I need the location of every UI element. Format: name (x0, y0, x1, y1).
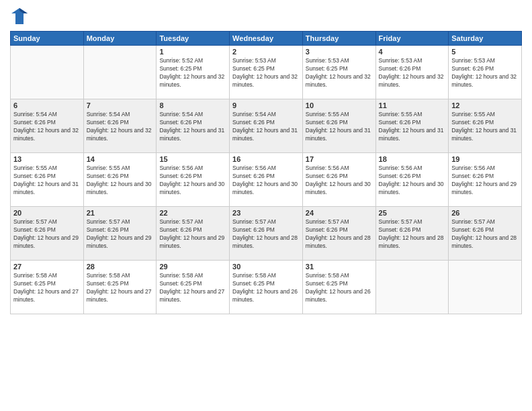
calendar-week-row: 6Sunrise: 5:54 AM Sunset: 6:26 PM Daylig… (11, 99, 522, 153)
day-info: Sunrise: 5:56 AM Sunset: 6:26 PM Dayligh… (232, 165, 300, 197)
day-number: 2 (232, 48, 300, 56)
table-cell (449, 261, 522, 314)
day-info: Sunrise: 5:54 AM Sunset: 6:26 PM Dayligh… (232, 111, 300, 143)
day-number: 28 (87, 263, 154, 271)
table-cell: 22Sunrise: 5:57 AM Sunset: 6:26 PM Dayli… (157, 207, 230, 261)
day-info: Sunrise: 5:58 AM Sunset: 6:25 PM Dayligh… (306, 272, 373, 304)
calendar-week-row: 13Sunrise: 5:55 AM Sunset: 6:26 PM Dayli… (11, 153, 522, 207)
day-number: 24 (306, 209, 373, 217)
day-info: Sunrise: 5:57 AM Sunset: 6:26 PM Dayligh… (451, 218, 519, 250)
col-wednesday: Wednesday (230, 32, 303, 46)
day-info: Sunrise: 5:55 AM Sunset: 6:26 PM Dayligh… (13, 165, 81, 197)
day-number: 11 (379, 101, 446, 109)
day-info: Sunrise: 5:56 AM Sunset: 6:26 PM Dayligh… (379, 165, 446, 197)
day-number: 18 (379, 155, 446, 163)
day-number: 27 (13, 263, 81, 271)
day-number: 13 (13, 155, 81, 163)
day-info: Sunrise: 5:55 AM Sunset: 6:26 PM Dayligh… (379, 111, 446, 143)
day-info: Sunrise: 5:55 AM Sunset: 6:26 PM Dayligh… (451, 111, 519, 143)
day-number: 21 (87, 209, 154, 217)
day-info: Sunrise: 5:53 AM Sunset: 6:25 PM Dayligh… (232, 57, 300, 89)
day-info: Sunrise: 5:56 AM Sunset: 6:26 PM Dayligh… (159, 165, 226, 197)
table-cell: 15Sunrise: 5:56 AM Sunset: 6:26 PM Dayli… (157, 153, 230, 207)
day-number: 15 (159, 155, 226, 163)
table-cell: 25Sunrise: 5:57 AM Sunset: 6:26 PM Dayli… (375, 207, 449, 261)
table-cell (11, 46, 84, 99)
table-cell (83, 46, 157, 99)
col-friday: Friday (375, 32, 449, 46)
table-cell: 5Sunrise: 5:53 AM Sunset: 6:26 PM Daylig… (449, 46, 522, 99)
day-number: 17 (306, 155, 373, 163)
table-cell: 27Sunrise: 5:58 AM Sunset: 6:25 PM Dayli… (11, 261, 84, 314)
header (10, 7, 522, 26)
day-number: 23 (232, 209, 300, 217)
table-cell: 17Sunrise: 5:56 AM Sunset: 6:26 PM Dayli… (302, 153, 375, 207)
day-number: 7 (87, 101, 154, 109)
day-info: Sunrise: 5:56 AM Sunset: 6:26 PM Dayligh… (306, 165, 373, 197)
day-info: Sunrise: 5:53 AM Sunset: 6:26 PM Dayligh… (379, 57, 446, 89)
table-cell: 1Sunrise: 5:52 AM Sunset: 6:25 PM Daylig… (157, 46, 230, 99)
day-number: 30 (232, 263, 300, 271)
day-info: Sunrise: 5:57 AM Sunset: 6:26 PM Dayligh… (159, 218, 226, 250)
table-cell: 16Sunrise: 5:56 AM Sunset: 6:26 PM Dayli… (230, 153, 303, 207)
day-number: 4 (379, 48, 446, 56)
table-cell: 19Sunrise: 5:56 AM Sunset: 6:26 PM Dayli… (449, 153, 522, 207)
table-cell: 10Sunrise: 5:55 AM Sunset: 6:26 PM Dayli… (302, 99, 375, 153)
day-number: 19 (451, 155, 519, 163)
day-info: Sunrise: 5:53 AM Sunset: 6:25 PM Dayligh… (306, 57, 373, 89)
col-saturday: Saturday (449, 32, 522, 46)
day-number: 6 (13, 101, 81, 109)
table-cell: 14Sunrise: 5:55 AM Sunset: 6:26 PM Dayli… (83, 153, 157, 207)
table-cell: 9Sunrise: 5:54 AM Sunset: 6:26 PM Daylig… (230, 99, 303, 153)
table-cell (375, 261, 449, 314)
calendar-week-row: 1Sunrise: 5:52 AM Sunset: 6:25 PM Daylig… (11, 46, 522, 99)
day-number: 3 (306, 48, 373, 56)
table-cell: 7Sunrise: 5:54 AM Sunset: 6:26 PM Daylig… (83, 99, 157, 153)
day-number: 14 (87, 155, 154, 163)
table-cell: 12Sunrise: 5:55 AM Sunset: 6:26 PM Dayli… (449, 99, 522, 153)
logo-icon (10, 7, 29, 26)
day-info: Sunrise: 5:58 AM Sunset: 6:25 PM Dayligh… (13, 272, 81, 304)
day-number: 1 (159, 48, 226, 56)
calendar-table: Sunday Monday Tuesday Wednesday Thursday… (10, 31, 522, 314)
day-info: Sunrise: 5:57 AM Sunset: 6:26 PM Dayligh… (379, 218, 446, 250)
day-number: 12 (451, 101, 519, 109)
day-number: 25 (379, 209, 446, 217)
table-cell: 26Sunrise: 5:57 AM Sunset: 6:26 PM Dayli… (449, 207, 522, 261)
logo (10, 7, 32, 26)
table-cell: 3Sunrise: 5:53 AM Sunset: 6:25 PM Daylig… (302, 46, 375, 99)
table-cell: 28Sunrise: 5:58 AM Sunset: 6:25 PM Dayli… (83, 261, 157, 314)
table-cell: 4Sunrise: 5:53 AM Sunset: 6:26 PM Daylig… (375, 46, 449, 99)
table-cell: 6Sunrise: 5:54 AM Sunset: 6:26 PM Daylig… (11, 99, 84, 153)
table-cell: 29Sunrise: 5:58 AM Sunset: 6:25 PM Dayli… (157, 261, 230, 314)
day-number: 31 (306, 263, 373, 271)
day-info: Sunrise: 5:57 AM Sunset: 6:26 PM Dayligh… (87, 218, 154, 250)
day-info: Sunrise: 5:57 AM Sunset: 6:26 PM Dayligh… (232, 218, 300, 250)
day-info: Sunrise: 5:58 AM Sunset: 6:25 PM Dayligh… (87, 272, 154, 304)
col-monday: Monday (83, 32, 157, 46)
col-sunday: Sunday (11, 32, 84, 46)
day-info: Sunrise: 5:57 AM Sunset: 6:26 PM Dayligh… (13, 218, 81, 250)
col-thursday: Thursday (302, 32, 375, 46)
table-cell: 11Sunrise: 5:55 AM Sunset: 6:26 PM Dayli… (375, 99, 449, 153)
day-number: 20 (13, 209, 81, 217)
calendar-header-row: Sunday Monday Tuesday Wednesday Thursday… (11, 32, 522, 46)
day-number: 16 (232, 155, 300, 163)
day-info: Sunrise: 5:58 AM Sunset: 6:25 PM Dayligh… (232, 272, 300, 304)
day-number: 5 (451, 48, 519, 56)
table-cell: 2Sunrise: 5:53 AM Sunset: 6:25 PM Daylig… (230, 46, 303, 99)
table-cell: 24Sunrise: 5:57 AM Sunset: 6:26 PM Dayli… (302, 207, 375, 261)
day-info: Sunrise: 5:54 AM Sunset: 6:26 PM Dayligh… (159, 111, 226, 143)
day-number: 10 (306, 101, 373, 109)
day-number: 26 (451, 209, 519, 217)
table-cell: 23Sunrise: 5:57 AM Sunset: 6:26 PM Dayli… (230, 207, 303, 261)
day-number: 8 (159, 101, 226, 109)
calendar-week-row: 27Sunrise: 5:58 AM Sunset: 6:25 PM Dayli… (11, 261, 522, 314)
table-cell: 18Sunrise: 5:56 AM Sunset: 6:26 PM Dayli… (375, 153, 449, 207)
day-info: Sunrise: 5:52 AM Sunset: 6:25 PM Dayligh… (159, 57, 226, 89)
col-tuesday: Tuesday (157, 32, 230, 46)
day-info: Sunrise: 5:55 AM Sunset: 6:26 PM Dayligh… (87, 165, 154, 197)
day-info: Sunrise: 5:55 AM Sunset: 6:26 PM Dayligh… (306, 111, 373, 143)
table-cell: 8Sunrise: 5:54 AM Sunset: 6:26 PM Daylig… (157, 99, 230, 153)
day-info: Sunrise: 5:56 AM Sunset: 6:26 PM Dayligh… (451, 165, 519, 197)
